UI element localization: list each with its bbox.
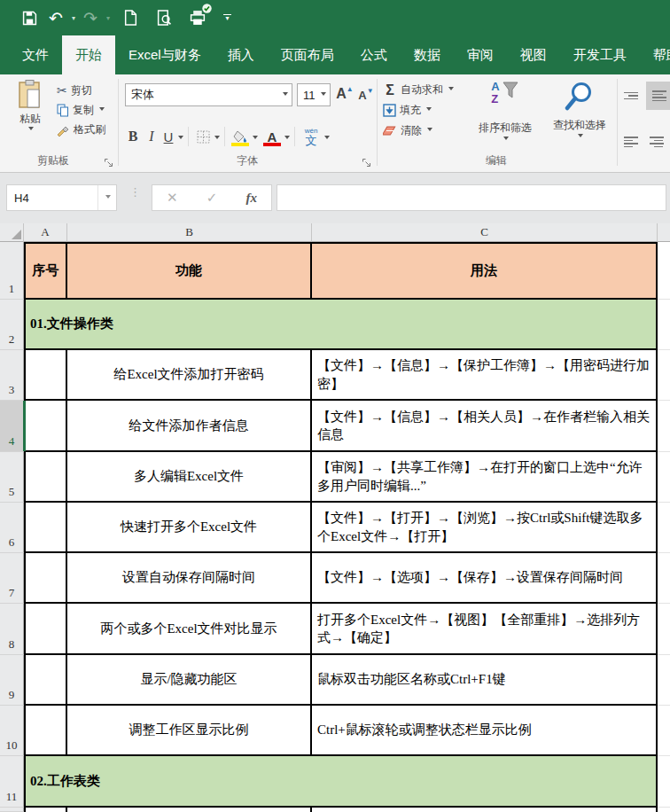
section-cell-2[interactable]: 01.文件操作类	[24, 300, 658, 350]
cell-A3[interactable]	[24, 350, 67, 401]
cell-C1[interactable]: 用法	[312, 242, 658, 300]
bold-button[interactable]: B	[123, 126, 143, 147]
name-box-caret-icon[interactable]	[97, 185, 116, 210]
cell-D4-partial[interactable]	[658, 401, 670, 452]
select-all-corner[interactable]	[0, 223, 24, 242]
new-file-icon[interactable]	[119, 6, 142, 29]
cell-D2-partial[interactable]	[658, 300, 670, 350]
cell-B6[interactable]: 快速打开多个Excel文件	[67, 503, 312, 553]
ribbon-tab-5[interactable]: 页面布局	[268, 35, 347, 74]
clear-button[interactable]: 清除	[383, 121, 454, 141]
row-header-10[interactable]: 10	[0, 706, 24, 756]
cell-A8[interactable]	[24, 604, 67, 655]
cell-D10-partial[interactable]	[658, 706, 670, 756]
fill-color-button[interactable]	[230, 126, 251, 147]
cell-D7-partial[interactable]	[658, 553, 670, 604]
cell-B7[interactable]: 设置自动保存间隔时间	[67, 553, 312, 604]
row-header-6[interactable]: 6	[0, 503, 24, 553]
cell-A6[interactable]	[24, 503, 67, 553]
quick-print-icon[interactable]	[186, 6, 209, 29]
row-header-9[interactable]: 9	[0, 655, 24, 706]
row-header-2[interactable]: 2	[0, 300, 24, 350]
cell-C3[interactable]: 【文件】→【信息】→【保护工作簿】→【用密码进行加密】	[312, 350, 658, 401]
cell-A4[interactable]	[24, 401, 67, 452]
cell-A1[interactable]: 序号	[24, 242, 67, 300]
ribbon-tab-6[interactable]: 公式	[347, 35, 401, 74]
column-header-partial[interactable]	[658, 223, 670, 242]
cell-D8-partial[interactable]	[658, 604, 670, 655]
cell-C9[interactable]: 鼠标双击功能区名称或Ctrl+F1键	[312, 655, 658, 706]
ribbon-tab-7[interactable]: 数据	[401, 35, 454, 74]
cell-D11-partial[interactable]	[658, 756, 670, 808]
cancel-icon[interactable]: ✕	[167, 190, 178, 206]
cell-D1-partial[interactable]	[658, 242, 670, 300]
row-header-5[interactable]: 5	[0, 452, 24, 503]
ribbon-tab-10[interactable]: 开发工具	[560, 35, 640, 74]
cell-C6[interactable]: 【文件】→【打开】→【浏览】→按Ctrl或Shift键选取多个Excel文件→【…	[312, 503, 658, 553]
align-center-button[interactable]	[648, 131, 669, 152]
cell-C5[interactable]: 【审阅】→【共享工作簿】→在打开的窗口上选中“允许多用户同时编辑...”	[312, 452, 658, 503]
font-size-select[interactable]: 11	[297, 83, 331, 106]
ribbon-tab-2[interactable]: 开始	[62, 35, 115, 74]
font-color-button[interactable]: A	[261, 126, 283, 147]
font-color-caret-icon[interactable]	[284, 136, 290, 142]
column-header-B[interactable]: B	[67, 223, 312, 242]
cell-D9-partial[interactable]	[658, 655, 670, 706]
row-header-4[interactable]: 4	[0, 401, 24, 452]
column-header-A[interactable]: A	[24, 223, 67, 242]
ribbon-tab-8[interactable]: 审阅	[454, 35, 507, 74]
name-box[interactable]: H4	[6, 184, 117, 211]
shrink-font-button[interactable]: A ▼	[356, 84, 376, 105]
cell-A5[interactable]	[24, 452, 67, 503]
copy-button[interactable]: 复制	[57, 100, 105, 120]
cell-B3[interactable]: 给Excel文件添加打开密码	[67, 350, 312, 401]
cell-B9[interactable]: 显示/隐藏功能区	[67, 655, 312, 706]
print-preview-icon[interactable]	[152, 6, 175, 29]
cell-C8[interactable]: 打开多个Excel文件→【视图】【全部重排】→选排列方式→【确定】	[312, 604, 658, 655]
cell-B1[interactable]: 功能	[67, 242, 312, 300]
fill-color-caret-icon[interactable]	[253, 136, 258, 142]
cut-button[interactable]: ✂ 剪切	[57, 81, 105, 100]
enter-icon[interactable]: ✓	[206, 190, 218, 206]
save-icon[interactable]	[18, 6, 41, 29]
row-header-3[interactable]: 3	[0, 350, 24, 401]
cell-B8[interactable]: 两个或多个Excel文件对比显示	[67, 604, 312, 655]
borders-button[interactable]	[193, 126, 213, 147]
clipboard-dialog-launcher-icon[interactable]	[104, 158, 113, 168]
cell-C4[interactable]: 【文件】→【信息】→【相关人员】→在作者栏输入相关信息	[312, 401, 658, 452]
italic-button[interactable]: I	[143, 126, 160, 147]
middle-align-button[interactable]	[622, 85, 643, 106]
undo-icon[interactable]: ↶	[44, 6, 67, 29]
align-left-button[interactable]	[622, 131, 643, 152]
ribbon-tab-4[interactable]: 插入	[214, 35, 268, 74]
section-cell-11[interactable]: 02.工作表类	[24, 756, 658, 808]
cell-A10[interactable]	[24, 706, 67, 756]
paste-button[interactable]: 粘贴	[7, 79, 53, 133]
cell-A7[interactable]	[24, 553, 67, 604]
row-header-8[interactable]: 8	[0, 604, 24, 655]
formula-bar-resizer[interactable]: ⋮	[129, 189, 141, 195]
column-header-C[interactable]: C	[312, 223, 658, 242]
cell-D5-partial[interactable]	[658, 452, 670, 503]
cell-B4[interactable]: 给文件添加作者信息	[67, 401, 312, 452]
insert-function-icon[interactable]: fx	[245, 191, 257, 206]
row-header-1[interactable]: 1	[0, 242, 24, 300]
phonetic-guide-button[interactable]: wén 文	[300, 125, 323, 148]
bottom-align-button[interactable]	[646, 82, 670, 110]
font-name-select[interactable]: 宋体	[125, 83, 292, 106]
cell-B10[interactable]: 调整工作区显示比例	[67, 706, 312, 756]
row-header-11[interactable]: 11	[0, 756, 24, 808]
cell-D6-partial[interactable]	[658, 503, 670, 553]
customize-toolbar-icon[interactable]: ▾	[223, 14, 231, 21]
borders-caret-icon[interactable]	[214, 136, 220, 142]
undo-caret-icon[interactable]: ▾	[72, 14, 75, 22]
find-select-button[interactable]: 查找和选择	[542, 78, 617, 139]
underline-caret-icon[interactable]	[178, 136, 183, 142]
cell-C7[interactable]: 【文件】→【选项】→【保存】→设置保存间隔时间	[312, 553, 658, 604]
format-painter-button[interactable]: 格式刷	[57, 120, 105, 139]
ribbon-tab-1[interactable]: 文件	[9, 35, 62, 74]
formula-input[interactable]	[277, 184, 666, 211]
cell-B5[interactable]: 多人编辑Excel文件	[67, 452, 312, 503]
ribbon-tab-3[interactable]: Excel与财务	[115, 35, 214, 74]
fill-button[interactable]: 填充	[383, 100, 454, 121]
